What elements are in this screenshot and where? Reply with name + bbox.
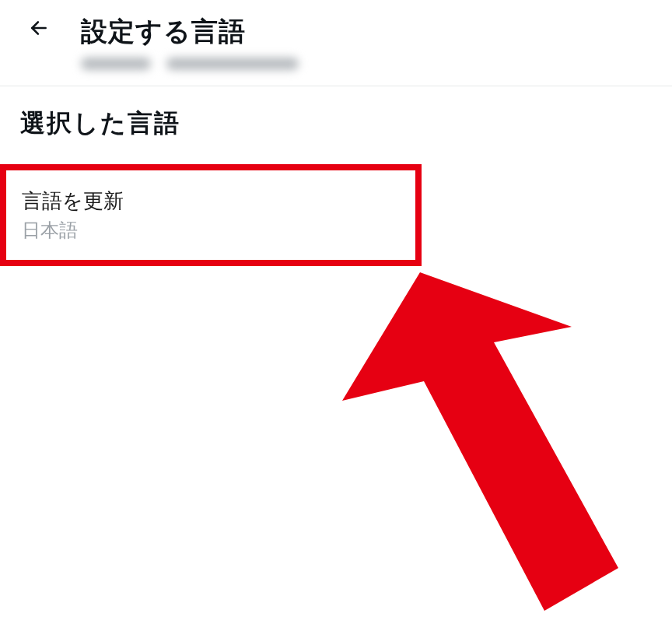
current-language-value: 日本語 bbox=[22, 218, 400, 243]
back-button[interactable] bbox=[23, 14, 54, 45]
annotation-arrow bbox=[334, 257, 630, 615]
svg-marker-1 bbox=[342, 272, 618, 611]
section-heading: 選択した言語 bbox=[0, 86, 672, 149]
cursor-arrow-icon bbox=[334, 604, 630, 617]
account-handle-redacted bbox=[81, 53, 306, 75]
header-bar: 設定する言語 bbox=[0, 0, 672, 75]
update-language-label: 言語を更新 bbox=[22, 188, 400, 215]
highlight-box: 言語を更新 日本語 bbox=[0, 164, 422, 266]
update-language-option[interactable]: 言語を更新 日本語 bbox=[6, 170, 415, 260]
page-title: 設定する言語 bbox=[81, 14, 306, 50]
arrow-left-icon bbox=[29, 18, 49, 41]
